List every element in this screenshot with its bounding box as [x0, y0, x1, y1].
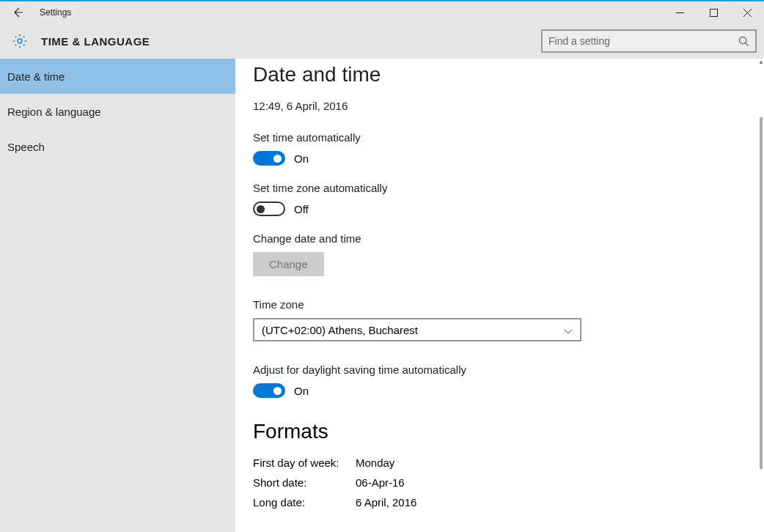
scroll-up-icon[interactable]: ▲ [758, 59, 764, 64]
timezone-value: (UTC+02:00) Athens, Bucharest [262, 324, 418, 336]
close-button[interactable] [730, 1, 764, 23]
maximize-icon [710, 9, 718, 17]
sidebar-item-date-time[interactable]: Date & time [0, 59, 235, 94]
set-time-auto-state: On [294, 152, 309, 165]
svg-point-3 [739, 37, 746, 43]
format-value: 06-Apr-16 [356, 476, 405, 489]
sidebar-item-label: Region & language [7, 106, 101, 118]
gear-icon [12, 33, 28, 49]
search-box[interactable] [541, 29, 757, 53]
set-tz-auto-state: Off [294, 203, 309, 215]
sidebar-item-label: Speech [7, 141, 45, 153]
sidebar-item-speech[interactable]: Speech [0, 129, 235, 164]
sidebar-item-label: Date & time [7, 70, 65, 83]
svg-point-2 [18, 39, 22, 43]
section-title: TIME & LANGUAGE [41, 35, 150, 48]
titlebar: Settings [0, 1, 764, 23]
maximize-button[interactable] [697, 1, 730, 23]
formats-heading: Formats [253, 420, 764, 443]
format-value: 6 April, 2016 [356, 496, 416, 509]
format-row: Short date: 06-Apr-16 [253, 476, 764, 489]
sidebar: Date & time Region & language Speech [0, 59, 235, 532]
minimize-icon [676, 9, 684, 17]
scrollbar-thumb[interactable] [760, 117, 763, 469]
set-time-auto-toggle[interactable] [253, 151, 285, 166]
dst-toggle[interactable] [253, 383, 285, 398]
change-button: Change [253, 252, 324, 276]
format-label: Long date: [253, 496, 356, 509]
timezone-select[interactable]: (UTC+02:00) Athens, Bucharest [253, 318, 581, 341]
chevron-down-icon [564, 324, 573, 336]
format-row: First day of week: Monday [253, 457, 764, 469]
set-tz-auto-label: Set time zone automatically [253, 182, 764, 194]
search-icon [738, 36, 749, 47]
close-icon [743, 9, 752, 17]
arrow-left-icon [12, 7, 23, 18]
set-time-auto-label: Set time automatically [253, 131, 764, 144]
change-dt-label: Change date and time [253, 232, 764, 245]
window-controls [663, 1, 764, 23]
dst-label: Adjust for daylight saving time automati… [253, 363, 764, 376]
timezone-label: Time zone [253, 298, 764, 311]
scrollbar[interactable]: ▲ [758, 59, 764, 532]
content-pane: Date and time 12:49, 6 April, 2016 Set t… [235, 59, 764, 532]
svg-rect-1 [710, 9, 717, 16]
window-title: Settings [40, 7, 71, 18]
dst-state: On [294, 385, 309, 397]
header: TIME & LANGUAGE [0, 23, 764, 59]
sidebar-item-region-language[interactable]: Region & language [0, 94, 235, 129]
format-value: Monday [356, 457, 394, 469]
format-label: First day of week: [253, 457, 356, 469]
back-button[interactable] [0, 1, 35, 23]
search-input[interactable] [548, 35, 738, 47]
format-row: Long date: 6 April, 2016 [253, 496, 764, 509]
set-tz-auto-toggle[interactable] [253, 202, 285, 216]
minimize-button[interactable] [663, 1, 697, 23]
page-heading: Date and time [253, 63, 764, 86]
format-label: Short date: [253, 476, 356, 489]
current-datetime: 12:49, 6 April, 2016 [253, 100, 764, 112]
svg-line-4 [746, 43, 749, 45]
